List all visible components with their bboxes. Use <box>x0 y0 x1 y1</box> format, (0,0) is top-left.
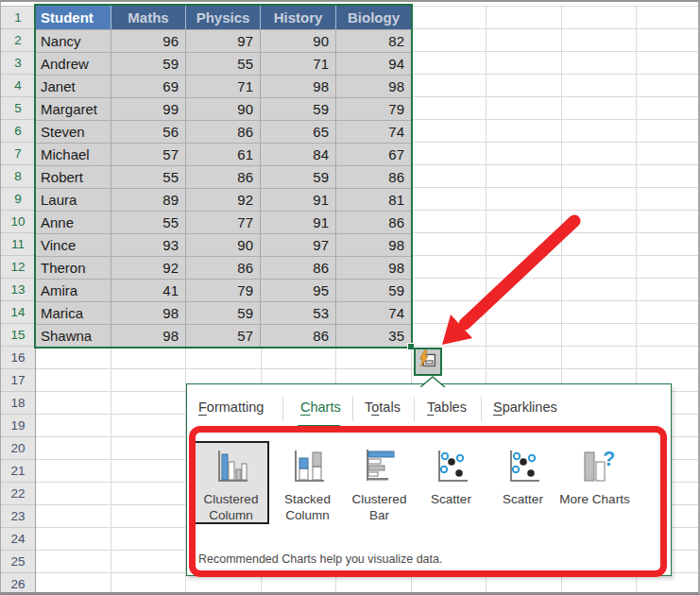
row-header-16[interactable]: 16 <box>1 347 35 369</box>
cell-r15c5[interactable]: 35 <box>336 324 411 347</box>
cell-r7c3[interactable]: 61 <box>186 143 261 165</box>
cell-r14c1[interactable]: Marica <box>36 301 111 324</box>
cell-r4c4[interactable]: 98 <box>261 75 336 97</box>
row-header-7[interactable]: 7 <box>1 143 35 165</box>
chart-option-scatter[interactable]: Scatter <box>413 441 489 524</box>
cell-r5c3[interactable]: 90 <box>186 97 261 120</box>
cell-r9c4[interactable]: 91 <box>261 188 336 211</box>
cell-r4c1[interactable]: Janet <box>36 75 111 97</box>
chart-option-scatter-2[interactable]: Scatter <box>485 441 561 524</box>
cell-r11c4[interactable]: 97 <box>261 233 336 256</box>
cell-r4c2[interactable]: 69 <box>111 75 186 97</box>
cell-r14c3[interactable]: 59 <box>186 301 261 324</box>
row-header-18[interactable]: 18 <box>1 392 35 415</box>
tab-sparklines[interactable]: Sparklines <box>493 400 557 415</box>
cell-r11c3[interactable]: 90 <box>186 233 261 256</box>
cell-r14c2[interactable]: 98 <box>111 301 186 324</box>
cell-r15c2[interactable]: 98 <box>111 324 186 347</box>
cell-r14c5[interactable]: 74 <box>336 301 411 324</box>
row-header-1[interactable]: 1 <box>1 7 35 29</box>
row-header-9[interactable]: 9 <box>1 188 35 211</box>
cell-r8c2[interactable]: 55 <box>111 165 186 188</box>
cell-r10c3[interactable]: 77 <box>186 211 261 233</box>
cell-r13c5[interactable]: 59 <box>336 279 411 301</box>
cell-r2c4[interactable]: 90 <box>261 29 336 52</box>
cell-r5c1[interactable]: Margaret <box>36 97 111 120</box>
tab-charts[interactable]: Charts <box>300 400 341 415</box>
cell-r14c4[interactable]: 53 <box>261 301 336 324</box>
row-header-17[interactable]: 17 <box>1 369 35 392</box>
cell-r6c5[interactable]: 74 <box>336 120 411 143</box>
cell-r3c4[interactable]: 71 <box>261 52 336 75</box>
cell-r8c4[interactable]: 59 <box>261 165 336 188</box>
cell-r11c5[interactable]: 98 <box>336 233 411 256</box>
chart-option-more-charts[interactable]: ?More Charts <box>556 441 633 524</box>
cell-r11c1[interactable]: Vince <box>36 233 111 256</box>
cell-r7c2[interactable]: 57 <box>111 143 186 165</box>
cell-r15c3[interactable]: 57 <box>186 324 261 347</box>
row-header-2[interactable]: 2 <box>1 29 35 52</box>
cell-r13c3[interactable]: 79 <box>186 279 261 301</box>
row-header-11[interactable]: 11 <box>1 233 35 256</box>
cell-r12c2[interactable]: 92 <box>111 256 186 279</box>
row-header-26[interactable]: 26 <box>1 573 35 595</box>
cell-r3c2[interactable]: 59 <box>111 52 186 75</box>
cell-r10c4[interactable]: 91 <box>261 211 336 233</box>
row-header-12[interactable]: 12 <box>1 256 35 279</box>
row-header-13[interactable]: 13 <box>1 279 35 301</box>
cell-r3c3[interactable]: 55 <box>186 52 261 75</box>
cell-r4c3[interactable]: 71 <box>186 75 261 97</box>
cell-r13c4[interactable]: 95 <box>261 279 336 301</box>
cell-r2c2[interactable]: 96 <box>111 29 186 52</box>
cell-r3c5[interactable]: 94 <box>336 52 411 75</box>
cell-r7c5[interactable]: 67 <box>336 143 411 165</box>
header-cell-student[interactable]: Student <box>36 6 111 29</box>
cell-r9c2[interactable]: 89 <box>111 188 186 211</box>
row-header-4[interactable]: 4 <box>1 75 35 97</box>
chart-option-stacked-column[interactable]: Stacked Column <box>269 441 346 524</box>
row-header-14[interactable]: 14 <box>1 301 35 324</box>
row-header-22[interactable]: 22 <box>1 483 35 505</box>
cell-r6c3[interactable]: 86 <box>186 120 261 143</box>
cell-r13c1[interactable]: Amira <box>36 279 111 301</box>
row-header-25[interactable]: 25 <box>1 551 35 573</box>
row-header-20[interactable]: 20 <box>1 437 35 460</box>
cell-r5c5[interactable]: 79 <box>336 97 411 120</box>
cell-r4c5[interactable]: 98 <box>336 75 411 97</box>
cell-r6c1[interactable]: Steven <box>36 120 111 143</box>
cell-r3c1[interactable]: Andrew <box>36 52 111 75</box>
cell-r9c3[interactable]: 92 <box>186 188 261 211</box>
cell-r8c3[interactable]: 86 <box>186 165 261 188</box>
cell-r2c1[interactable]: Nancy <box>36 29 111 52</box>
tab-tables[interactable]: Tables <box>427 400 467 415</box>
quick-analysis-button[interactable] <box>414 348 442 376</box>
cell-r15c4[interactable]: 86 <box>261 324 336 347</box>
cell-r2c3[interactable]: 97 <box>186 29 261 52</box>
cell-r12c1[interactable]: Theron <box>36 256 111 279</box>
cell-r9c5[interactable]: 81 <box>336 188 411 211</box>
cell-r6c4[interactable]: 65 <box>261 120 336 143</box>
row-header-3[interactable]: 3 <box>1 52 35 75</box>
cell-r7c4[interactable]: 84 <box>261 143 336 165</box>
cell-r9c1[interactable]: Laura <box>36 188 111 211</box>
cell-r7c1[interactable]: Michael <box>36 143 111 165</box>
cell-r2c5[interactable]: 82 <box>336 29 411 52</box>
tab-totals[interactable]: Totals <box>365 400 401 415</box>
cell-r8c5[interactable]: 86 <box>336 165 411 188</box>
cell-r15c1[interactable]: Shawna <box>36 324 111 347</box>
selected-data-range[interactable]: StudentMathsPhysicsHistoryBiologyNancy96… <box>34 4 413 348</box>
cell-r5c4[interactable]: 59 <box>261 97 336 120</box>
row-header-21[interactable]: 21 <box>1 460 35 483</box>
row-header-19[interactable]: 19 <box>1 415 35 437</box>
cell-r6c2[interactable]: 56 <box>111 120 186 143</box>
cell-r5c2[interactable]: 99 <box>111 97 186 120</box>
cell-r11c2[interactable]: 93 <box>111 233 186 256</box>
cell-r10c5[interactable]: 86 <box>336 211 411 233</box>
row-header-5[interactable]: 5 <box>1 97 35 120</box>
row-header-10[interactable]: 10 <box>1 211 35 233</box>
cell-r12c3[interactable]: 86 <box>186 256 261 279</box>
row-header-8[interactable]: 8 <box>1 165 35 188</box>
cell-r10c2[interactable]: 55 <box>111 211 186 233</box>
header-cell-biology[interactable]: Biology <box>336 6 411 29</box>
row-header-23[interactable]: 23 <box>1 505 35 528</box>
